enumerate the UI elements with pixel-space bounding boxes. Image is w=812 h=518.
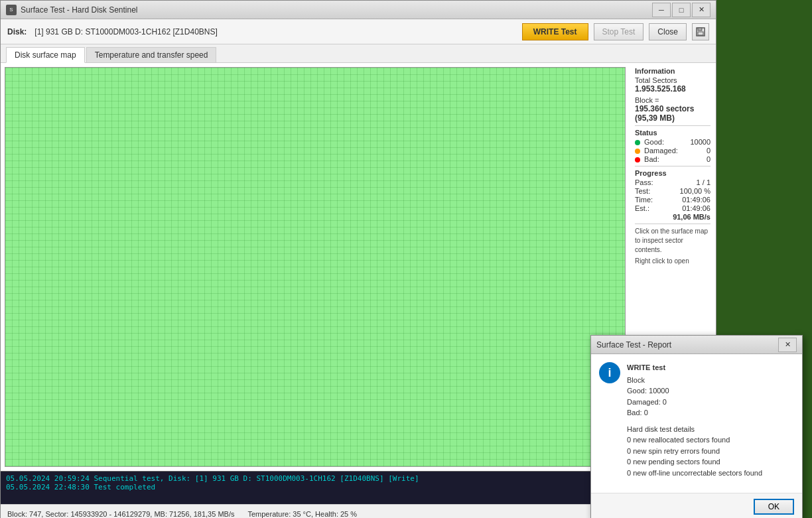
report-damaged: Damaged: 0 (627, 397, 762, 408)
test-value: 100,00 % (680, 187, 710, 195)
bad-indicator-icon: Bad: (635, 155, 659, 163)
bad-value: 0 (707, 155, 710, 163)
info-icon: i (599, 362, 620, 383)
report-good: Good: 10000 (627, 385, 762, 397)
dialog-close-button[interactable]: ✕ (778, 338, 797, 352)
report-detail-3: 0 new pending sectors found (627, 456, 762, 468)
temp-health: Temperature: 35 °C, Health: 25 % (247, 510, 357, 518)
maximize-button[interactable]: □ (672, 3, 691, 17)
minimize-button[interactable]: ─ (652, 3, 671, 17)
report-detail-4: 0 new off-line uncorrectable sectors fou… (627, 468, 762, 479)
ok-button[interactable]: OK (754, 499, 794, 515)
test-label: Test: (635, 187, 650, 195)
report-block-label: Block (627, 375, 762, 386)
block-mb: (95,39 MB) (635, 113, 710, 123)
damaged-row: Damaged: 0 (635, 147, 710, 155)
pass-row: Pass: 1 / 1 (635, 178, 710, 186)
damaged-indicator-icon: Damaged: (635, 147, 678, 155)
dialog-title-bar: Surface Test - Report ✕ (591, 336, 802, 354)
report-detail-2: 0 new spin retry errors found (627, 446, 762, 457)
dialog-text: WRITE test Block Good: 10000 Damaged: 0 … (627, 362, 762, 478)
svg-rect-2 (698, 32, 703, 35)
close-button[interactable]: Close (649, 23, 687, 40)
est-row: Est.: 01:49:06 (635, 204, 710, 212)
disk-label: Disk: (7, 27, 27, 36)
report-bad: Bad: 0 (627, 407, 762, 419)
stop-test-button[interactable]: Stop Test (594, 23, 644, 40)
title-bar: S Surface Test - Hard Disk Sentinel ─ □ … (1, 1, 716, 19)
dialog-title: Surface Test - Report (596, 340, 778, 350)
report-details-title: Hard disk test details (627, 424, 762, 435)
block-info: Block: 747, Sector: 145933920 - 14612927… (7, 510, 234, 518)
speed-value: 91,06 MB/s (635, 213, 710, 221)
time-value: 01:49:06 (682, 196, 710, 204)
tab-bar: Disk surface map Temperature and transfe… (1, 44, 716, 63)
status-title: Status (635, 129, 710, 137)
report-detail-1: 0 new reallocated sectors found (627, 434, 762, 446)
time-row: Time: 01:49:06 (635, 196, 710, 204)
dialog-icon-row: i WRITE test Block Good: 10000 Damaged: … (599, 362, 794, 478)
good-row: Good: 10000 (635, 138, 710, 146)
block-label: Block = (635, 96, 710, 104)
window-controls: ─ □ ✕ (652, 3, 710, 17)
svg-rect-1 (698, 28, 702, 31)
surface-map[interactable] (5, 67, 626, 467)
est-value: 01:49:06 (682, 204, 710, 212)
report-section-title: WRITE test (627, 362, 762, 373)
tab-temperature-transfer[interactable]: Temperature and transfer speed (86, 47, 217, 62)
test-row: Test: 100,00 % (635, 187, 710, 195)
tab-disk-surface-map[interactable]: Disk surface map (6, 47, 85, 63)
est-label: Est.: (635, 204, 649, 212)
help-text: Click on the surface map to inspect sect… (635, 227, 710, 255)
good-indicator-icon: Good: (635, 138, 664, 146)
pass-value: 1 / 1 (697, 178, 710, 186)
damaged-value: 0 (707, 147, 710, 155)
save-icon-button[interactable] (692, 23, 709, 40)
block-value: 195.360 sectors (635, 104, 710, 113)
progress-title: Progress (635, 169, 710, 177)
pass-label: Pass: (635, 178, 653, 186)
dialog-footer: OK (591, 493, 802, 518)
total-sectors-label: Total Sectors (635, 76, 710, 84)
good-value: 10000 (690, 138, 710, 146)
write-test-button[interactable]: WRITE Test (522, 23, 588, 40)
window-close-button[interactable]: ✕ (692, 3, 710, 17)
surface-map-grid (5, 68, 625, 466)
toolbar: Disk: [1] 931 GB D: ST1000DM003-1CH162 [… (1, 19, 716, 44)
save-icon (696, 27, 705, 36)
app-icon: S (6, 5, 17, 15)
total-sectors-value: 1.953.525.168 (635, 84, 710, 94)
help-text2: Right click to open (635, 257, 710, 265)
bad-row: Bad: 0 (635, 155, 710, 163)
window-title: Surface Test - Hard Disk Sentinel (21, 5, 652, 15)
dialog-content: i WRITE test Block Good: 10000 Damaged: … (591, 354, 802, 493)
time-label: Time: (635, 196, 653, 204)
report-dialog: Surface Test - Report ✕ i WRITE test Blo… (590, 335, 803, 518)
info-title: Information (635, 67, 710, 75)
disk-value: [1] 931 GB D: ST1000DM003-1CH162 [Z1D40B… (34, 27, 217, 36)
